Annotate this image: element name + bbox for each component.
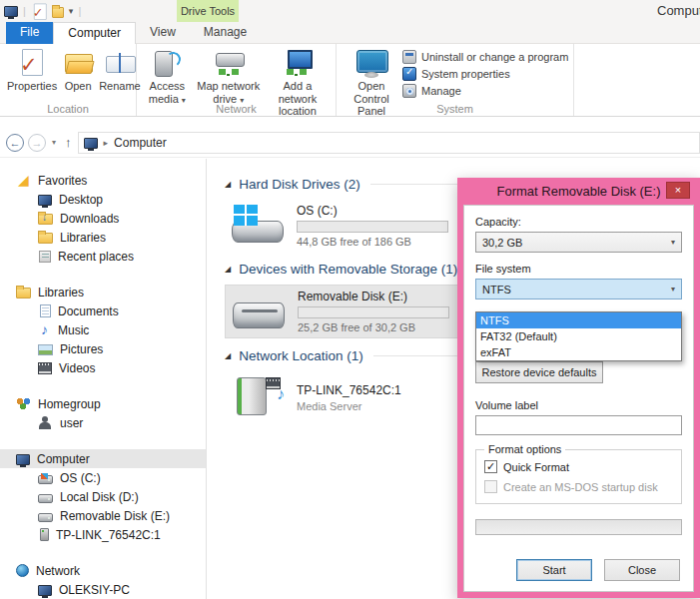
- qat-properties-icon[interactable]: [31, 3, 41, 13]
- system-properties-button[interactable]: System properties: [402, 67, 568, 81]
- section-label: Homegroup: [38, 397, 101, 411]
- manage-button[interactable]: Manage: [402, 84, 568, 98]
- collapse-triangle-icon[interactable]: ◢: [225, 351, 231, 360]
- close-button[interactable]: Close: [604, 559, 680, 581]
- properties-button[interactable]: Properties: [4, 46, 60, 95]
- close-icon[interactable]: ×: [666, 182, 690, 199]
- access-media-label: Access media ▾: [144, 80, 191, 105]
- system-menu-icon[interactable]: [4, 6, 18, 17]
- sidebar-section-favorites[interactable]: ◢ Favorites: [0, 171, 206, 190]
- option-exfat[interactable]: exFAT: [476, 344, 681, 360]
- filesystem-select[interactable]: NTFS ▾: [475, 279, 682, 300]
- computer-icon: [16, 454, 30, 465]
- uninstall-program-button[interactable]: Uninstall or change a program: [402, 50, 568, 64]
- filesystem-dropdown-list: NTFS FAT32 (Default) exFAT: [475, 311, 682, 361]
- access-media-button[interactable]: Access media ▾: [141, 46, 194, 107]
- sidebar-item-videos[interactable]: Videos: [0, 358, 206, 377]
- sidebar-item-libraries-fav[interactable]: Libraries: [0, 228, 206, 247]
- uninstall-label: Uninstall or change a program: [421, 51, 568, 63]
- forward-button[interactable]: →: [28, 134, 46, 152]
- restore-defaults-button[interactable]: Restore device defaults: [475, 361, 603, 383]
- sidebar-section-libraries[interactable]: Libraries: [0, 283, 206, 301]
- sidebar-item-tplink[interactable]: TP-LINK_76542C:1: [0, 525, 206, 544]
- music-note-icon: ♪: [277, 385, 285, 403]
- computer-icon: [84, 138, 98, 149]
- dialog-body: Capacity: 30,2 GB ▾ File system NTFS ▾ N…: [463, 205, 694, 592]
- msdos-label: Create an MS-DOS startup disk: [503, 481, 658, 493]
- quick-format-label: Quick Format: [503, 461, 569, 473]
- capacity-select[interactable]: 30,2 GB ▾: [475, 232, 682, 253]
- option-ntfs[interactable]: NTFS: [476, 312, 681, 328]
- tab-manage[interactable]: Manage: [190, 22, 261, 44]
- sidebar-item-os-c[interactable]: OS (C:): [0, 468, 206, 487]
- qat-folder-icon[interactable]: [52, 7, 64, 18]
- ribbon: Properties Open Rename Location Access m…: [0, 44, 700, 117]
- item-label: Downloads: [60, 212, 119, 226]
- window-title: Computer: [657, 3, 700, 18]
- sidebar-item-removable-disk-e[interactable]: Removable Disk (E:): [0, 506, 206, 525]
- drive-name: OS (C:): [297, 204, 448, 218]
- start-button[interactable]: Start: [516, 559, 592, 581]
- sidebar-item-recent-places[interactable]: Recent places: [0, 247, 206, 266]
- volume-label-input[interactable]: [475, 415, 682, 435]
- network-item-tplink[interactable]: ♪ TP-LINK_76542C:1 Media Server: [225, 371, 460, 423]
- map-network-drive-button[interactable]: Map network drive ▾: [194, 46, 264, 107]
- network-icon: [16, 564, 29, 577]
- breadcrumb-location[interactable]: Computer: [114, 136, 167, 150]
- quick-format-checkbox-row[interactable]: ✓ Quick Format: [484, 460, 673, 473]
- libraries-icon: [16, 288, 31, 299]
- open-button[interactable]: Open: [60, 46, 96, 95]
- qat-customize-arrow[interactable]: ▾: [69, 6, 74, 16]
- back-button[interactable]: ←: [6, 134, 24, 152]
- disabled-checkbox-icon: [484, 480, 497, 493]
- pictures-icon: [38, 344, 53, 355]
- sidebar-item-desktop[interactable]: Desktop: [0, 190, 206, 209]
- drive-tools-contextual-tab[interactable]: Drive Tools: [177, 0, 239, 22]
- chevron-down-icon: ▾: [671, 238, 675, 247]
- tab-computer[interactable]: Computer: [53, 22, 136, 44]
- windows-logo-icon: [234, 205, 258, 226]
- sidebar-item-local-disk-d[interactable]: Local Disk (D:): [0, 487, 206, 506]
- sidebar-section-computer[interactable]: Computer: [0, 449, 206, 468]
- sidebar-item-documents[interactable]: Documents: [0, 301, 206, 320]
- removable-disk-icon: [38, 513, 53, 522]
- dialog-title: Format Removable Disk (E:): [457, 178, 700, 205]
- rename-icon: [105, 48, 135, 78]
- section-label: Computer: [37, 452, 90, 466]
- downloads-icon: [38, 214, 53, 225]
- breadcrumb-separator-icon[interactable]: ▸: [104, 138, 109, 148]
- group-title: Hard Disk Drives (2): [239, 177, 360, 192]
- capacity-value: 30,2 GB: [482, 237, 522, 249]
- drive-item-os-c[interactable]: OS (C:) 44,8 GB free of 186 GB: [225, 200, 460, 252]
- section-label: Network: [36, 564, 80, 578]
- item-label: Removable Disk (E:): [60, 509, 170, 523]
- sidebar-section-network[interactable]: Network: [0, 561, 206, 580]
- user-icon: [38, 416, 53, 429]
- drive-item-removable-e[interactable]: Removable Disk (E:) 25,2 GB free of 30,2…: [225, 285, 460, 338]
- sidebar-item-oleksiy-pc[interactable]: OLEKSIY-PC: [0, 580, 206, 599]
- sidebar-section-homegroup[interactable]: Homegroup: [0, 394, 206, 413]
- item-label: Libraries: [60, 231, 106, 245]
- up-button[interactable]: ↑: [65, 135, 72, 150]
- manage-label: Manage: [421, 85, 461, 97]
- msdos-checkbox-row: Create an MS-DOS startup disk: [484, 480, 673, 493]
- homegroup-icon: [16, 397, 31, 410]
- history-dropdown-arrow[interactable]: ▾: [52, 138, 56, 147]
- ribbon-group-network: Access media ▾ Map network drive ▾ Add a…: [137, 44, 337, 116]
- checked-checkbox-icon[interactable]: ✓: [484, 460, 497, 473]
- add-network-location-icon: [283, 48, 313, 78]
- collapse-triangle-icon[interactable]: ◢: [225, 265, 231, 274]
- section-label: Libraries: [38, 286, 84, 300]
- collapse-triangle-icon[interactable]: ◢: [225, 180, 231, 189]
- item-label: Recent places: [58, 250, 134, 264]
- tab-view[interactable]: View: [136, 22, 190, 44]
- sidebar-item-downloads[interactable]: Downloads: [0, 209, 206, 228]
- tab-file[interactable]: File: [6, 22, 53, 44]
- sidebar-item-pictures[interactable]: Pictures: [0, 339, 206, 358]
- sidebar-item-user[interactable]: user: [0, 413, 206, 432]
- breadcrumb[interactable]: ▸ Computer: [78, 132, 700, 154]
- option-fat32[interactable]: FAT32 (Default): [476, 328, 681, 344]
- section-label: Favorites: [38, 174, 87, 188]
- sidebar-item-music[interactable]: ♪Music: [0, 320, 206, 339]
- capacity-label: Capacity:: [475, 216, 682, 228]
